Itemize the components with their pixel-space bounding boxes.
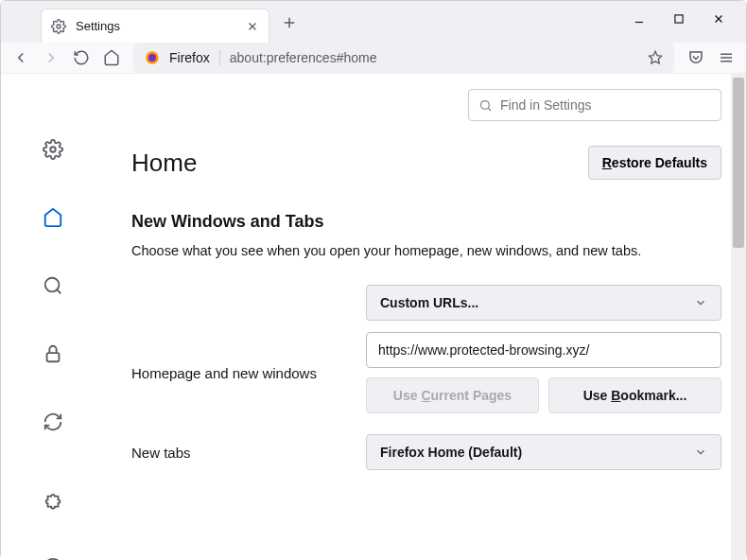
svg-line-22 <box>488 108 491 111</box>
pocket-icon[interactable] <box>687 49 704 66</box>
gear-icon <box>43 139 63 160</box>
scrollbar-thumb[interactable] <box>733 78 744 248</box>
home-button[interactable] <box>103 49 120 66</box>
menu-button[interactable] <box>718 49 735 66</box>
bookmark-star-icon[interactable] <box>648 50 663 65</box>
close-icon[interactable] <box>246 20 259 33</box>
titlebar: Settings <box>1 1 746 43</box>
tab-settings[interactable]: Settings <box>41 9 269 43</box>
url-bar[interactable]: Firefox about:preferences#home <box>133 43 674 73</box>
close-window-button[interactable] <box>712 12 725 26</box>
search-input[interactable] <box>500 97 711 113</box>
use-bookmark-button[interactable]: Use Bookmark... <box>548 377 721 413</box>
use-current-pages-button[interactable]: Use Current Pages <box>366 377 539 413</box>
new-tab-button[interactable] <box>281 14 298 31</box>
svg-marker-11 <box>649 51 661 63</box>
firefox-icon <box>145 50 160 65</box>
svg-point-15 <box>50 147 56 152</box>
svg-point-0 <box>57 25 61 28</box>
scrollbar[interactable] <box>731 74 746 560</box>
url-brand: Firefox <box>169 50 210 65</box>
svg-point-10 <box>148 54 156 61</box>
restore-defaults-button[interactable]: Restore Defaults <box>588 146 721 180</box>
puzzle-icon <box>43 493 63 514</box>
svg-line-17 <box>57 289 61 293</box>
section-heading: New Windows and Tabs <box>131 212 721 232</box>
settings-search[interactable] <box>468 89 721 121</box>
homepage-url-input[interactable] <box>366 332 721 368</box>
svg-point-21 <box>481 100 490 109</box>
homepage-label: Homepage and new windows <box>131 365 366 381</box>
sync-icon <box>43 411 63 432</box>
chevron-down-icon <box>694 296 707 309</box>
reload-button[interactable] <box>73 49 90 66</box>
toolbar: Firefox about:preferences#home <box>1 43 746 74</box>
lock-icon <box>43 343 63 364</box>
chevron-down-icon <box>694 446 707 459</box>
section-description: Choose what you see when you open your h… <box>131 241 721 260</box>
maximize-button[interactable] <box>672 12 686 26</box>
svg-rect-6 <box>675 15 683 23</box>
search-icon <box>478 98 493 113</box>
main-content: Home Restore Defaults New Windows and Ta… <box>105 74 746 560</box>
gear-icon <box>51 19 66 34</box>
sidebar-item-sync[interactable] <box>32 401 74 443</box>
sidebar-item-home[interactable] <box>32 197 74 238</box>
home-icon <box>43 207 63 228</box>
forward-button[interactable] <box>43 49 60 66</box>
homepage-mode-dropdown[interactable]: Custom URLs... <box>366 285 721 321</box>
search-icon <box>43 275 63 296</box>
sidebar-item-help[interactable] <box>32 547 74 560</box>
svg-point-16 <box>45 278 60 292</box>
sidebar <box>1 74 105 560</box>
sidebar-item-general[interactable] <box>32 129 74 170</box>
sidebar-item-privacy[interactable] <box>32 333 74 375</box>
tab-title: Settings <box>76 19 236 33</box>
sidebar-item-search[interactable] <box>32 265 74 306</box>
newtabs-label: New tabs <box>131 445 366 461</box>
newtabs-dropdown[interactable]: Firefox Home (Default) <box>366 434 721 470</box>
page-title: Home <box>131 149 197 178</box>
url-text: about:preferences#home <box>230 50 638 65</box>
minimize-button[interactable] <box>633 12 646 26</box>
sidebar-item-extensions[interactable] <box>32 482 74 524</box>
svg-rect-18 <box>47 353 60 361</box>
back-button[interactable] <box>12 49 29 66</box>
